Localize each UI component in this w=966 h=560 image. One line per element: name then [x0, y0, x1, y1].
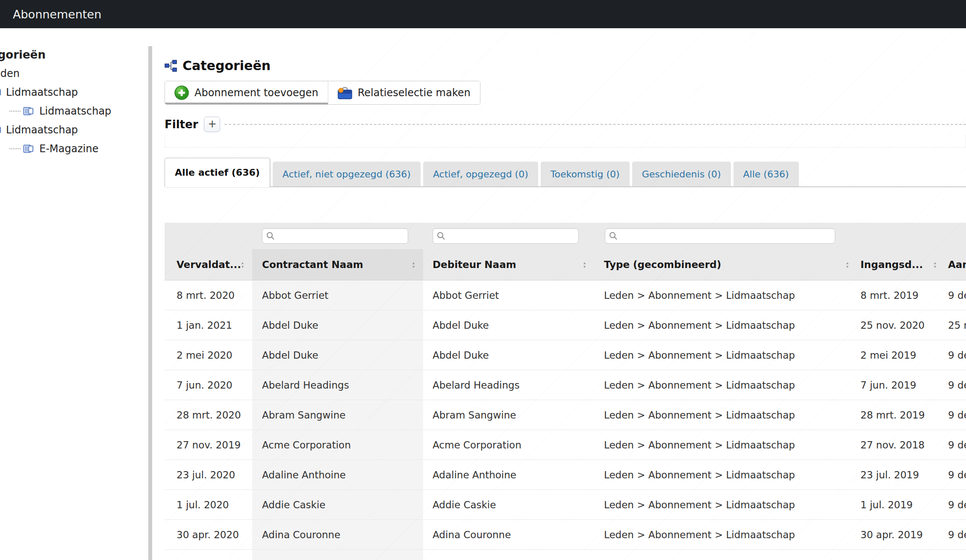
sort-icon: ▴▾ — [846, 261, 848, 268]
column-header-label: Ingangsd... — [860, 259, 934, 270]
app-title: Abonnementen — [13, 8, 101, 21]
add-subscription-label: Abonnement toevoegen — [194, 87, 318, 99]
table-row[interactable]: 1 jul. 2020 Addie Caskie Addie Caskie Le… — [165, 490, 966, 520]
add-subscription-button[interactable]: Abonnement toevoegen — [165, 81, 328, 104]
table-row[interactable]: 23 jul. 2020 Adaline Anthoine Adaline An… — [165, 460, 966, 490]
search-icon — [437, 232, 445, 240]
tab-actief-niet-opgezegd[interactable]: Actief, niet opgezegd (636) — [273, 162, 421, 186]
cell-debiteur: Adina Couronne — [423, 520, 594, 549]
search-icon — [609, 232, 618, 240]
column-header-aangemaakt[interactable]: Aan — [945, 249, 966, 280]
table-row[interactable]: 2 mei 2020 Abdel Duke Abdel Duke Leden >… — [165, 340, 966, 370]
cell-ingangsdatum: 28 mrt. 2019 — [857, 400, 945, 430]
tab-label: Actief, opgezegd (0) — [433, 169, 528, 180]
cell-ingangsdatum: 30 apr. 2019 — [857, 520, 945, 549]
column-header-type[interactable]: Type (gecombineerd) ▴▾ — [594, 249, 857, 280]
cell-debiteur: Abbot Gerriet — [423, 280, 594, 310]
make-relation-selection-label: Relatieselectie maken — [358, 87, 471, 99]
sitemap-icon — [165, 59, 177, 72]
cell-aangemaakt: 9 de — [945, 430, 966, 460]
page-title-row: Categorieën — [165, 58, 966, 73]
cell-contractant: Adora Rafter — [252, 550, 423, 560]
cell-ingangsdatum: 23 jul. 2019 — [857, 460, 945, 489]
cell-debiteur: Acme Corporation — [423, 430, 594, 460]
cell-ingangsdatum: 30 jan. 2019 — [857, 550, 945, 560]
sidebar-splitter[interactable] — [148, 46, 152, 560]
tab-label: Actief, niet opgezegd (636) — [283, 169, 411, 180]
sidebar-item-lidmaatschap-2[interactable]: Lidmaatschap — [0, 102, 148, 121]
sidebar-item-lidmaatschap-3[interactable]: Lidmaatschap — [0, 121, 148, 139]
top-bar: Abonnementen — [0, 0, 966, 28]
tab-alle-actief[interactable]: Alle actief (636) — [165, 158, 270, 187]
filter-collapsed-panel — [165, 136, 966, 147]
filter-expand-button[interactable]: + — [204, 117, 220, 132]
search-box-contractant — [262, 228, 423, 249]
sidebar-item-label: Leden — [0, 68, 20, 80]
cell-type: Leden > Abonnement > Lidmaatschap — [594, 460, 857, 489]
tab-toekomstig[interactable]: Toekomstig (0) — [541, 162, 630, 186]
cell-vervaldatum: 28 mrt. 2020 — [165, 400, 252, 430]
tab-geschiedenis[interactable]: Geschiedenis (0) — [632, 162, 731, 186]
cell-contractant: Abdel Duke — [252, 340, 423, 370]
sidebar-item-label: Categorieën — [0, 48, 46, 61]
contractant-search-input[interactable] — [262, 228, 408, 244]
cell-debiteur: Abdel Duke — [423, 340, 594, 370]
type-search-input[interactable] — [605, 228, 835, 244]
column-header-label: Contractant Naam — [262, 259, 412, 270]
sort-icon: ▴▾ — [583, 261, 586, 268]
plus-icon: + — [208, 118, 216, 130]
cell-type: Leden > Abonnement > Lidmaatschap — [594, 370, 857, 400]
cell-aangemaakt: 9 de — [945, 460, 966, 489]
cell-type: Leden > Abonnement > Lidmaatschap — [594, 400, 857, 430]
cell-ingangsdatum: 25 nov. 2020 — [857, 310, 945, 340]
cell-aangemaakt: 9 de — [945, 370, 966, 400]
table-row[interactable]: 7 jun. 2020 Abelard Headings Abelard Hea… — [165, 370, 966, 400]
sidebar-item-label: Lidmaatschap — [6, 124, 78, 136]
sidebar-item-categorieen[interactable]: Categorieën — [0, 45, 148, 64]
column-header-debiteur-naam[interactable]: Debiteur Naam ▴▾ — [423, 249, 594, 280]
make-relation-selection-button[interactable]: Relatieselectie maken — [328, 81, 480, 104]
filter-dashed-rule — [224, 124, 966, 125]
cell-vervaldatum: 1 jul. 2020 — [165, 490, 252, 519]
sidebar-item-lidmaatschap-1[interactable]: Lidmaatschap — [0, 83, 148, 102]
tab-alle[interactable]: Alle (636) — [733, 162, 799, 186]
cell-aangemaakt: 9 de — [945, 550, 966, 560]
sidebar-item-label: Lidmaatschap — [39, 105, 111, 117]
table-row[interactable]: 27 nov. 2019 Acme Corporation Acme Corpo… — [165, 430, 966, 460]
plus-circle-icon — [174, 85, 189, 100]
cell-contractant: Addie Caskie — [252, 490, 423, 519]
cell-contractant: Abram Sangwine — [252, 400, 423, 430]
cell-aangemaakt: 9 de — [945, 400, 966, 430]
action-button-group: Abonnement toevoegen Relatieselectie mak… — [165, 81, 480, 105]
debiteur-search-input[interactable] — [433, 228, 579, 244]
page-title: Categorieën — [183, 58, 271, 73]
search-icon — [266, 232, 275, 240]
cell-ingangsdatum: 8 mrt. 2019 — [857, 280, 945, 310]
column-header-label: Type (gecombineerd) — [604, 259, 846, 270]
table-header: Vervaldat... ▴▾ Contractant Naam ▴▾ Debi… — [165, 223, 966, 280]
cell-vervaldatum: 23 jul. 2020 — [165, 460, 252, 489]
cell-aangemaakt: 9 de — [945, 340, 966, 370]
category-card-icon — [0, 88, 2, 97]
column-header-ingangsdatum[interactable]: Ingangsd... ▴▾ — [857, 249, 945, 280]
tab-actief-opgezegd[interactable]: Actief, opgezegd (0) — [423, 162, 538, 186]
column-header-label: Vervaldat... — [177, 259, 242, 270]
column-header-contractant-naam[interactable]: Contractant Naam ▴▾ — [252, 249, 423, 280]
table-row[interactable]: 8 mrt. 2020 Abbot Gerriet Abbot Gerriet … — [165, 280, 966, 310]
cell-ingangsdatum: 1 jul. 2019 — [857, 490, 945, 519]
cell-type: Leden > Abonnement > Lidmaatschap — [594, 490, 857, 519]
table-row[interactable]: 28 mrt. 2020 Abram Sangwine Abram Sangwi… — [165, 400, 966, 430]
cell-vervaldatum: 2 mei 2020 — [165, 340, 252, 370]
cell-vervaldatum: 27 nov. 2019 — [165, 430, 252, 460]
cell-ingangsdatum: 7 jun. 2019 — [857, 370, 945, 400]
tab-label: Alle actief (636) — [175, 167, 260, 178]
sidebar-item-e-magazine[interactable]: E-Magazine — [0, 139, 148, 158]
sidebar-item-leden[interactable]: Leden — [0, 64, 148, 83]
column-header-vervaldatum[interactable]: Vervaldat... ▴▾ — [165, 249, 252, 280]
cell-type: Leden > Abonnement > Lidmaatschap — [594, 520, 857, 549]
table-row[interactable]: 1 jan. 2021 Abdel Duke Abdel Duke Leden … — [165, 310, 966, 340]
cell-debiteur: Abram Sangwine — [423, 400, 594, 430]
table-row[interactable]: 30 jan. 2020 Adora Rafter Adora Rafter L… — [165, 550, 966, 560]
table-row[interactable]: 30 apr. 2020 Adina Couronne Adina Couron… — [165, 520, 966, 550]
sort-icon: ▴▾ — [934, 261, 936, 268]
